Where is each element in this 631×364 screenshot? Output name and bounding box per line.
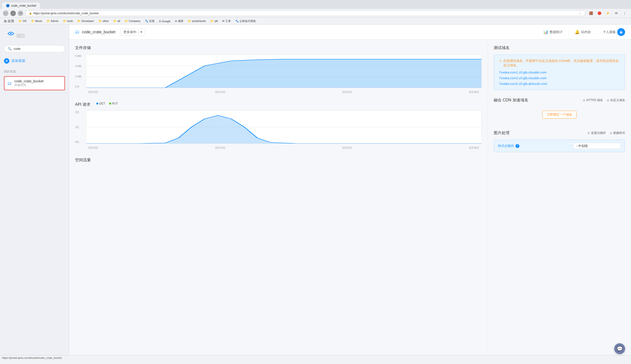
top-nav-right: 📊 数据统计 🔔 站内信 个人面板 ◉ <box>543 28 625 36</box>
bookmark-baidu[interactable]: 🐾 百度 <box>143 19 157 24</box>
search-icon: 🔍 <box>8 47 12 50</box>
bookmark-admin[interactable]: 📁 Admin <box>45 19 61 23</box>
api-x-0: 8月22日 <box>88 146 98 150</box>
beta-tag: BETA <box>17 34 25 38</box>
apps-bookmark[interactable]: ⊞ 应用 <box>2 18 16 24</box>
image-actions: ⚙ 设置分隔符 ⊕ 新建样式 <box>587 131 625 135</box>
resource-item[interactable]: 🗂 code_crate_bucket 存储空间 <box>4 76 65 90</box>
https-domain-label: HTTPS 域名 <box>586 98 603 102</box>
bookmark-ali[interactable]: 📁 ali <box>111 19 122 23</box>
separator-input[interactable] <box>573 143 621 149</box>
custom-domain-btn[interactable]: ⊕ 自定义域名 <box>607 98 625 102</box>
style-separator-label-group: 样式分隔符 ? <box>498 144 519 148</box>
browser-actions: 🟫 🔴 ⚡ ✉ ⋮ <box>587 10 628 17</box>
cdn-section: 融合 CDN 加速域名 ⊕ HTTPS 域名 ⊕ 自定义域名 <box>494 98 625 122</box>
nav-divider-2 <box>597 30 597 34</box>
menu-btn[interactable]: ⋮ <box>621 10 628 17</box>
sidebar-logo: BETA <box>4 30 65 39</box>
domain-link-0[interactable]: 7xxdea.com1.z0.glb.clouddn.com <box>499 70 620 74</box>
bind-domain-button[interactable]: 立即绑定一个域名 <box>542 111 576 118</box>
avatar[interactable]: ◉ <box>617 28 625 36</box>
app-container: BETA 🔍 + 添加资源 我的资源 🗂 code_crate_bucket 存… <box>0 25 631 355</box>
warning-icon: ⚠ <box>499 59 502 68</box>
domain-link-1[interactable]: 7xxdea.com2.z0.glb.clouddn.com <box>499 76 620 80</box>
bookmark-work[interactable]: ✉ 工单 <box>220 19 232 24</box>
add-resource-button[interactable]: + 添加资源 <box>4 57 65 64</box>
lock-icon: 🔒 <box>29 12 32 14</box>
bookmark-music[interactable]: 📁 Music <box>29 19 45 23</box>
resource-type: 存储空间 <box>14 83 44 87</box>
bookmark-developer[interactable]: 📁 Developer <box>75 19 96 23</box>
resource-bucket-icon: 🗂 <box>8 81 12 86</box>
right-panel: 测试域名 ⚠ 此类测试域名，不能用于自定义域名的 CNAME，无法修改配置，请尽… <box>488 40 631 355</box>
extension-btn-3[interactable]: ⚡ <box>604 10 611 17</box>
my-resources-label: 我的资源 <box>4 70 65 74</box>
forward-button[interactable]: → <box>10 10 16 16</box>
https-domain-btn[interactable]: ⊕ HTTPS 域名 <box>583 98 603 102</box>
new-style-btn[interactable]: ⊕ 新建样式 <box>610 131 625 135</box>
reload-button[interactable]: ↺ <box>18 10 23 16</box>
warning-message: 此类测试域名，不能用于自定义域名的 CNAME，无法修改配置，请尽快迁移至自定义… <box>503 59 620 68</box>
extension-btn-4[interactable]: ✉ <box>613 10 620 17</box>
bind-domain-container: 立即绑定一个域名 <box>494 107 625 122</box>
status-bar: https://portal.qiniu.com/bucket/code_cra… <box>0 355 631 360</box>
new-style-label: 新建样式 <box>613 131 625 135</box>
main-area: 🗂 code_crate_bucket 更多操作... ▾ 📊 数据统计 🔔 站… <box>69 25 631 355</box>
chart-icon: 📊 <box>543 30 548 34</box>
bookmark-predictionlo[interactable]: 📁 predictionlo <box>186 19 208 23</box>
bookmark-fund[interactable]: 🐾 公积金付房租 <box>233 19 258 24</box>
legend-get: GET <box>96 102 105 105</box>
y-label-0: 6 MB <box>75 54 85 58</box>
status-url: https://portal.qiniu.com/bucket/code_cra… <box>2 356 62 359</box>
bookmark-linkedin[interactable]: in 领英 <box>173 19 185 24</box>
api-y-2: 0次 <box>75 140 85 144</box>
sidebar: BETA 🔍 + 添加资源 我的资源 🗂 code_crate_bucket 存… <box>0 25 69 355</box>
bookmark-os[interactable]: 📁 OS <box>17 19 29 23</box>
chat-float-button[interactable]: 💬 <box>614 343 625 354</box>
domain-link-2[interactable]: 7xxdea.com2.z0.glb.qiniucdn.com <box>499 82 620 86</box>
legend-put: PUT <box>109 102 118 105</box>
test-domain-box: ⚠ 此类测试域名，不能用于自定义域名的 CNAME，无法修改配置，请尽快迁移至自… <box>494 54 625 90</box>
api-x-labels: 8月22日 8月24日 8月26日 8月28日 <box>86 146 482 150</box>
bookmark-company[interactable]: 📁 Company <box>123 19 142 23</box>
cdn-actions: ⊕ HTTPS 域名 ⊕ 自定义域名 <box>583 98 625 102</box>
browser-toolbar: ← → ↺ 🔒 https://portal.qiniu.com/bucket/… <box>0 9 631 18</box>
help-icon[interactable]: ? <box>515 144 519 148</box>
inbox-action[interactable]: 🔔 站内信 <box>575 30 591 34</box>
resource-name: code_crate_bucket <box>14 79 44 83</box>
api-x-2: 8月26日 <box>342 146 352 150</box>
x-label-1: 8月24日 <box>215 90 225 94</box>
bookmark-pili[interactable]: 📁 pili <box>208 19 220 23</box>
resource-info: code_crate_bucket 存储空间 <box>14 79 44 87</box>
address-bar[interactable]: 🔒 https://portal.qiniu.com/bucket/code_c… <box>25 10 585 16</box>
bookmark-google[interactable]: G Google <box>157 19 173 23</box>
image-title: 图片处理 <box>494 130 510 136</box>
inbox-label: 站内信 <box>581 30 591 34</box>
extension-btn-1[interactable]: 🟫 <box>587 10 594 17</box>
y-label-3: 0 B <box>75 85 85 88</box>
cdn-title: 融合 CDN 加速域名 <box>494 98 528 103</box>
browser-chrome: 🔵 code_crate_bucket ← → ↺ 🔒 https://port… <box>0 0 631 18</box>
top-nav: 🗂 code_crate_bucket 更多操作... ▾ 📊 数据统计 🔔 站… <box>69 25 631 40</box>
star-icon[interactable]: ☆ <box>579 11 582 15</box>
back-button[interactable]: ← <box>3 10 9 16</box>
bookmark-tools[interactable]: 📁 tools <box>61 19 75 23</box>
plus-icon-custom: ⊕ <box>607 99 609 102</box>
more-ops-button[interactable]: 更多操作... ▾ <box>120 28 145 36</box>
y-label-2: 2 MB <box>75 75 85 78</box>
storage-y-labels: 6 MB 4 MB 2 MB 0 B <box>75 54 85 88</box>
svg-marker-5 <box>86 59 481 88</box>
space-flow-section: 空间流量 <box>75 158 482 163</box>
set-separator-btn[interactable]: ⚙ 设置分隔符 <box>587 131 606 135</box>
profile-action[interactable]: 个人面板 ◉ <box>603 28 625 36</box>
stats-action[interactable]: 📊 数据统计 <box>543 30 563 34</box>
browser-tab[interactable]: 🔵 code_crate_bucket <box>2 2 40 9</box>
x-label-0: 8月22日 <box>88 90 98 94</box>
put-dot <box>109 102 111 104</box>
bookmark-other[interactable]: 📁 other <box>97 19 111 23</box>
search-box[interactable]: 🔍 <box>4 45 65 52</box>
space-flow-title: 空间流量 <box>75 158 482 163</box>
extension-btn-2[interactable]: 🔴 <box>596 10 603 17</box>
url-text: https://portal.qiniu.com/bucket/code_cra… <box>33 12 99 15</box>
search-input[interactable] <box>14 47 61 50</box>
